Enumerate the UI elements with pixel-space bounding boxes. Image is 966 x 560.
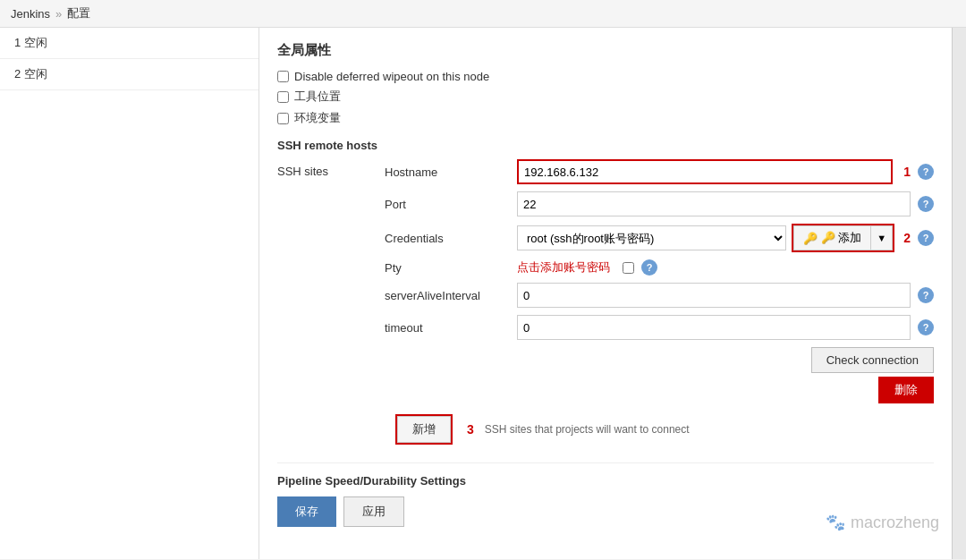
hostname-input[interactable] — [517, 159, 893, 184]
delete-row: 删除 — [385, 377, 934, 403]
ssh-sites-form: Hostname 1 ? Port ? Credentials ro — [385, 159, 934, 403]
credentials-help-icon[interactable]: ? — [918, 230, 934, 246]
ssh-remote-title: SSH remote hosts — [277, 139, 934, 152]
server-alive-input[interactable] — [517, 283, 911, 308]
new-site-badge: 3 — [467, 422, 474, 437]
credentials-badge: 2 — [903, 231, 911, 245]
checkbox-disable-wipeout: Disable deferred wipeout on this node — [277, 70, 934, 83]
port-field: Port ? — [385, 191, 934, 216]
new-site-section: 新增 3 SSH sites that projects will want t… — [277, 414, 934, 445]
credentials-field: Credentials root (ssh的root账号密码) 🔑 🔑 添加 ▼ — [385, 224, 934, 252]
arrow-icon: ▼ — [877, 233, 886, 243]
tool-location-checkbox[interactable] — [277, 91, 289, 103]
ssh-sites-row: SSH sites Hostname 1 ? Port ? Creden — [277, 159, 934, 403]
key-icon: 🔑 — [803, 232, 818, 245]
breadcrumb-config: 配置 — [67, 5, 90, 21]
timeout-input[interactable] — [517, 315, 911, 340]
timeout-help-icon[interactable]: ? — [918, 319, 934, 335]
env-vars-checkbox[interactable] — [277, 113, 289, 124]
sidebar: 1 空闲 2 空闲 — [0, 28, 259, 559]
ssh-sites-label: SSH sites — [277, 159, 385, 403]
pty-help-icon[interactable]: ? — [641, 259, 657, 276]
scrollbar[interactable] — [952, 28, 966, 559]
disable-wipeout-checkbox[interactable] — [277, 71, 289, 82]
credentials-row: root (ssh的root账号密码) 🔑 🔑 添加 ▼ 2 — [517, 224, 911, 252]
breadcrumb: Jenkins » 配置 — [0, 0, 966, 28]
disable-wipeout-label: Disable deferred wipeout on this node — [294, 70, 489, 83]
new-site-button[interactable]: 新增 — [397, 416, 451, 443]
action-row: Check connection — [385, 347, 934, 373]
port-help-icon[interactable]: ? — [918, 196, 934, 212]
hostname-help-icon[interactable]: ? — [918, 164, 934, 180]
timeout-field: timeout ? — [385, 315, 934, 340]
pipeline-title: Pipeline Speed/Durability Settings — [277, 474, 934, 488]
add-credentials-arrow[interactable]: ▼ — [870, 225, 893, 250]
add-credentials-group: 🔑 🔑 添加 ▼ — [792, 224, 895, 252]
pty-field: Pty 点击添加账号密码 ? — [385, 259, 934, 276]
delete-button[interactable]: 删除 — [878, 377, 934, 403]
port-input[interactable] — [517, 191, 911, 216]
credentials-select[interactable]: root (ssh的root账号密码) — [517, 225, 786, 250]
add-label: 🔑 添加 — [821, 230, 862, 246]
save-button[interactable]: 保存 — [277, 496, 336, 527]
apply-button[interactable]: 应用 — [343, 496, 404, 527]
checkbox-env-vars: 环境变量 — [277, 110, 934, 126]
env-vars-label: 环境变量 — [294, 110, 341, 126]
new-site-btn-wrapper: 新增 — [395, 414, 453, 445]
timeout-label: timeout — [385, 321, 510, 335]
hostname-field: Hostname 1 ? — [385, 159, 934, 184]
pipeline-section: Pipeline Speed/Durability Settings 保存 应用 — [277, 462, 934, 527]
sidebar-item-1[interactable]: 1 空闲 — [0, 28, 258, 59]
bottom-buttons: 保存 应用 — [277, 496, 934, 527]
server-alive-field: serverAliveInterval ? — [385, 283, 934, 308]
new-site-description: SSH sites that projects will want to con… — [485, 423, 690, 436]
pty-label: Pty — [385, 261, 510, 275]
credentials-label: Credentials — [385, 232, 510, 245]
pty-checkbox[interactable] — [623, 262, 634, 274]
pty-hint: 点击添加账号密码 — [517, 259, 610, 276]
sidebar-item-2[interactable]: 2 空闲 — [0, 59, 258, 90]
add-credentials-btn[interactable]: 🔑 🔑 添加 — [793, 225, 871, 250]
server-alive-label: serverAliveInterval — [385, 289, 510, 302]
breadcrumb-jenkins[interactable]: Jenkins — [11, 7, 50, 21]
checkbox-tool-location: 工具位置 — [277, 89, 934, 105]
check-connection-button[interactable]: Check connection — [811, 347, 934, 373]
breadcrumb-separator: » — [55, 7, 62, 21]
section-title: 全局属性 — [277, 42, 934, 59]
server-alive-help-icon[interactable]: ? — [918, 287, 934, 303]
port-label: Port — [385, 198, 510, 211]
content-area: 全局属性 Disable deferred wipeout on this no… — [259, 28, 952, 559]
hostname-label: Hostname — [385, 165, 510, 179]
tool-location-label: 工具位置 — [294, 89, 341, 105]
hostname-badge: 1 — [903, 165, 911, 179]
